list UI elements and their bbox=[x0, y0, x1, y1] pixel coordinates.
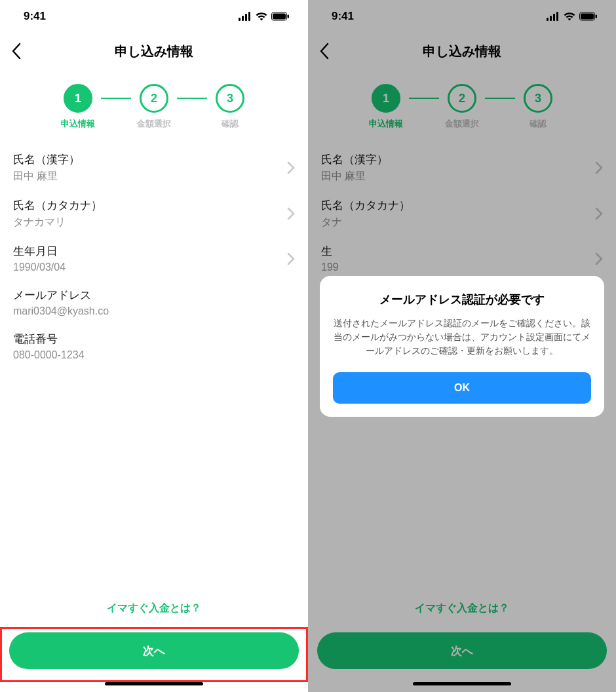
value-dob: 1990/03/04 bbox=[13, 261, 66, 273]
step-2-circle: 2 bbox=[140, 84, 168, 113]
stepper-connector bbox=[177, 98, 207, 99]
step-3: 3 確認 bbox=[207, 84, 253, 130]
label-phone: 電話番号 bbox=[13, 332, 85, 347]
row-dob[interactable]: 生年月日 1990/03/04 bbox=[13, 244, 295, 273]
dialog-ok-button[interactable]: OK bbox=[333, 372, 591, 404]
phone-screen-left: 9:41 申し込み情報 1 申込情報 2 金額選択 bbox=[0, 0, 308, 692]
signal-icon bbox=[239, 12, 252, 21]
dialog-body: 送付されたメールアドレス認証のメールをご確認ください。該当のメールがみつからない… bbox=[333, 317, 591, 358]
form-list: 氏名（漢字） 田中 麻里 氏名（カタカナ） タナカマリ 生年月日 1990/03… bbox=[0, 152, 308, 361]
back-button[interactable] bbox=[10, 42, 22, 60]
step-3-circle: 3 bbox=[216, 84, 244, 113]
svg-rect-1 bbox=[242, 16, 244, 21]
step-3-label: 確認 bbox=[221, 118, 239, 130]
modal-overlay[interactable]: メールアドレス認証が必要です 送付されたメールアドレス認証のメールをご確認くださ… bbox=[308, 0, 616, 692]
svg-rect-2 bbox=[245, 14, 247, 21]
chevron-right-icon bbox=[287, 207, 295, 220]
email-verify-dialog: メールアドレス認証が必要です 送付されたメールアドレス認証のメールをご確認くださ… bbox=[320, 276, 604, 417]
battery-icon bbox=[271, 12, 290, 21]
status-time: 9:41 bbox=[24, 10, 46, 23]
home-indicator[interactable] bbox=[105, 682, 203, 685]
status-bar: 9:41 bbox=[0, 0, 308, 33]
label-name-kana: 氏名（カタカナ） bbox=[13, 198, 102, 213]
svg-rect-0 bbox=[239, 18, 241, 21]
row-name-kanji[interactable]: 氏名（漢字） 田中 麻里 bbox=[13, 152, 295, 183]
step-1: 1 申込情報 bbox=[55, 84, 101, 130]
row-email: メールアドレス mari0304@kyash.co bbox=[13, 288, 295, 317]
step-2: 2 金額選択 bbox=[131, 84, 177, 130]
svg-rect-5 bbox=[273, 14, 286, 20]
help-link[interactable]: イマすぐ入金とは？ bbox=[0, 594, 308, 627]
label-name-kanji: 氏名（漢字） bbox=[13, 152, 80, 167]
chevron-right-icon bbox=[287, 161, 295, 174]
value-email: mari0304@kyash.co bbox=[13, 305, 109, 317]
status-icons bbox=[239, 12, 290, 21]
step-1-circle: 1 bbox=[64, 84, 92, 113]
next-button[interactable]: 次へ bbox=[9, 632, 299, 669]
step-1-label: 申込情報 bbox=[61, 118, 95, 130]
chevron-right-icon bbox=[287, 252, 295, 265]
value-name-kana: タナカマリ bbox=[13, 216, 102, 229]
svg-rect-3 bbox=[248, 12, 250, 21]
stepper-connector bbox=[101, 98, 131, 99]
row-name-kana[interactable]: 氏名（カタカナ） タナカマリ bbox=[13, 198, 295, 229]
label-dob: 生年月日 bbox=[13, 244, 66, 259]
wifi-icon bbox=[256, 12, 267, 21]
svg-rect-6 bbox=[288, 15, 290, 18]
phone-screen-right: 9:41 申し込み情報 1 申込情報 2 金額選択 bbox=[308, 0, 616, 692]
row-phone: 電話番号 080-0000-1234 bbox=[13, 332, 295, 361]
label-email: メールアドレス bbox=[13, 288, 109, 303]
dialog-title: メールアドレス認証が必要です bbox=[333, 292, 591, 307]
header: 申し込み情報 bbox=[0, 33, 308, 69]
next-button-highlight: 次へ bbox=[0, 627, 308, 682]
page-title: 申し込み情報 bbox=[115, 43, 193, 60]
step-2-label: 金額選択 bbox=[137, 118, 171, 130]
value-phone: 080-0000-1234 bbox=[13, 349, 85, 361]
value-name-kanji: 田中 麻里 bbox=[13, 170, 80, 183]
stepper: 1 申込情報 2 金額選択 3 確認 bbox=[0, 84, 308, 130]
